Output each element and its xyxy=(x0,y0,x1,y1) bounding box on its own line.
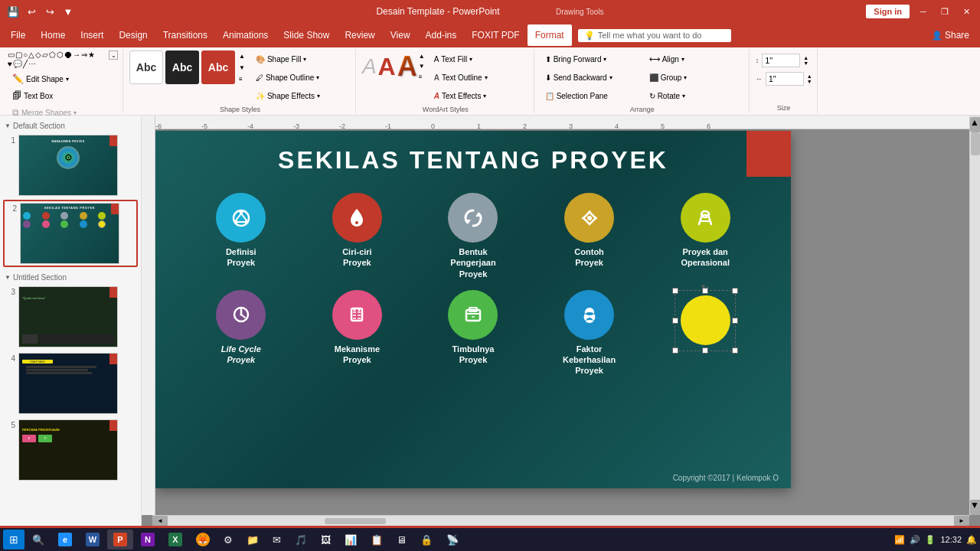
menu-review[interactable]: Review xyxy=(337,24,382,46)
width-input[interactable] xyxy=(766,72,804,86)
tray-wifi[interactable]: 📶 xyxy=(894,535,905,545)
icon-ciriciri[interactable]: Ciri-ciriProyek xyxy=(302,193,413,279)
handle-ml[interactable] xyxy=(672,318,678,324)
handle-tr[interactable] xyxy=(732,288,738,294)
slide-item-4[interactable]: 4 CBA PHASE xyxy=(3,351,138,416)
styles-expand[interactable]: ≡ xyxy=(237,75,247,83)
customize-icon[interactable]: ▼ xyxy=(61,5,75,18)
v-scroll-up[interactable]: ▲ xyxy=(970,117,980,132)
task-excel[interactable]: X xyxy=(162,530,188,549)
text-fill-button[interactable]: A Text Fill ▾ xyxy=(430,51,529,67)
icon-lifecycle[interactable]: Life CycleProyek xyxy=(186,290,296,377)
menu-design[interactable]: Design xyxy=(111,24,155,46)
wa-expand[interactable]: ≡ xyxy=(419,73,425,80)
icon-bentuk[interactable]: BentukPengerjaanProyek xyxy=(418,193,528,279)
handle-bm[interactable] xyxy=(702,347,708,354)
tray-battery[interactable]: 🔋 xyxy=(925,535,936,545)
tray-volume[interactable]: 🔊 xyxy=(910,535,920,545)
shape-style-1[interactable]: Abc xyxy=(129,51,163,84)
bring-forward-button[interactable]: ⬆ Bring Forward ▾ xyxy=(541,51,640,67)
menu-insert[interactable]: Insert xyxy=(73,24,111,46)
undo-icon[interactable]: ↩ xyxy=(24,5,38,18)
shape-tri[interactable]: △ xyxy=(28,51,34,59)
handle-tm[interactable] xyxy=(702,288,708,294)
v-scroll-down[interactable]: ▼ xyxy=(970,500,980,515)
shape-arrow[interactable]: → xyxy=(73,51,80,59)
shape-style-3[interactable]: Abc xyxy=(201,51,235,84)
slide-item-1[interactable]: 1 MANAJEMEN PROYEK ⚙ xyxy=(3,133,138,197)
h-scroll-thumb[interactable] xyxy=(325,518,386,524)
styles-scroll-up[interactable]: ▲ xyxy=(237,52,247,60)
shape-diamond[interactable]: ◇ xyxy=(35,51,41,59)
h-scroll-left[interactable]: ◄ xyxy=(152,516,168,527)
shape-para[interactable]: ▱ xyxy=(42,51,48,59)
handle-mr[interactable] xyxy=(732,318,738,324)
edit-shape-button[interactable]: ✏️ Edit Shape ▾ xyxy=(8,70,107,87)
styles-scroll-down[interactable]: ▼ xyxy=(237,64,247,72)
menu-slideshow[interactable]: Slide Show xyxy=(276,24,337,46)
icon-selected[interactable]: ↻ xyxy=(650,290,760,377)
shape-block[interactable]: ⇒ xyxy=(81,51,87,59)
shape-hex[interactable]: ⬡ xyxy=(57,51,64,59)
tell-me-bar[interactable]: 💡 Tell me what you want to do xyxy=(578,29,731,42)
selection-pane-button[interactable]: 📋 Selection Pane xyxy=(541,87,640,104)
section-untitled[interactable]: ▼ Untitled Section xyxy=(3,270,138,285)
wordart-a2[interactable]: A xyxy=(378,53,396,81)
vertical-scrollbar[interactable]: ▲ ▼ xyxy=(969,116,980,515)
shape-circle[interactable]: ○ xyxy=(23,51,28,59)
close-button[interactable]: ✕ xyxy=(959,4,974,19)
shape-call[interactable]: 💬 xyxy=(13,60,22,68)
section-default[interactable]: ▼ Default Section xyxy=(3,119,138,133)
restore-button[interactable]: ❐ xyxy=(937,4,952,19)
task-display[interactable]: 🖥 xyxy=(390,530,413,549)
icon-contoh[interactable]: ContohProyek xyxy=(534,193,645,279)
handle-br[interactable] xyxy=(732,347,738,354)
minimize-button[interactable]: ─ xyxy=(916,4,931,19)
search-taskbar[interactable]: 🔍 xyxy=(26,530,51,549)
menu-addins[interactable]: Add-ins xyxy=(418,24,465,46)
icon-faktor[interactable]: FaktorKeberhasilanProyek xyxy=(534,290,645,377)
menu-format[interactable]: Format xyxy=(528,24,572,46)
share-button[interactable]: 👤 Share xyxy=(924,24,977,46)
shape-trap[interactable]: ⬠ xyxy=(49,51,56,59)
shape-line[interactable]: ╱ xyxy=(23,60,28,68)
task-settings[interactable]: ⚙ xyxy=(217,530,239,549)
task-mail[interactable]: ✉ xyxy=(266,530,287,549)
icon-timbulnya[interactable]: TimbulnyaProyek xyxy=(418,290,528,377)
redo-icon[interactable]: ↪ xyxy=(43,5,57,18)
slide-title[interactable]: SEKILAS TENTANG PROYEK xyxy=(155,131,791,182)
sign-in-button[interactable]: Sign in xyxy=(866,5,910,18)
task-onenote[interactable]: N xyxy=(135,530,161,549)
shape-style-2[interactable]: Abc xyxy=(165,51,199,84)
task-powerpoint[interactable]: P xyxy=(107,530,133,549)
shape-rect[interactable]: ▭ xyxy=(8,51,15,59)
notification-btn[interactable]: 🔔 xyxy=(966,535,977,545)
menu-transitions[interactable]: Transitions xyxy=(155,24,215,46)
save-icon[interactable]: 💾 xyxy=(6,5,20,18)
wordart-a3[interactable]: A xyxy=(397,51,417,83)
shape-more[interactable]: ⋯ xyxy=(28,60,36,68)
shape-fill-button[interactable]: 🎨 Shape Fill ▾ xyxy=(251,51,351,67)
shape-star[interactable]: ★ xyxy=(88,51,95,59)
v-scroll-thumb[interactable] xyxy=(971,132,980,155)
clock[interactable]: 12:32 xyxy=(940,535,962,544)
text-outline-button[interactable]: A Text Outline ▾ xyxy=(430,69,529,86)
slide-item-2[interactable]: 2 SEKILAS TENTANG PROYEK xyxy=(3,200,138,267)
shape-heart[interactable]: ♥ xyxy=(8,60,12,68)
menu-file[interactable]: File xyxy=(3,24,33,46)
handle-bl[interactable] xyxy=(672,347,678,354)
task-photos[interactable]: 🖼 xyxy=(315,530,337,549)
task-clipboard[interactable]: 📋 xyxy=(364,530,389,549)
group-button[interactable]: ⬛ Group ▾ xyxy=(645,69,744,86)
send-backward-button[interactable]: ⬇ Send Backward ▾ xyxy=(541,69,640,86)
shape-outline-button[interactable]: 🖊 Shape Outline ▾ xyxy=(251,69,351,86)
h-scroll-right[interactable]: ► xyxy=(954,516,969,527)
menu-animations[interactable]: Animations xyxy=(215,24,276,46)
task-ie[interactable]: e xyxy=(52,530,78,549)
task-data[interactable]: 📊 xyxy=(338,530,363,549)
align-button[interactable]: ⟷ Align ▾ xyxy=(645,51,744,67)
menu-view[interactable]: View xyxy=(383,24,418,46)
width-up[interactable]: ▲ xyxy=(807,73,812,79)
slide-item-5[interactable]: 5 RENCANA PENGERJAAN A B xyxy=(3,418,138,482)
task-word[interactable]: W xyxy=(80,530,106,549)
